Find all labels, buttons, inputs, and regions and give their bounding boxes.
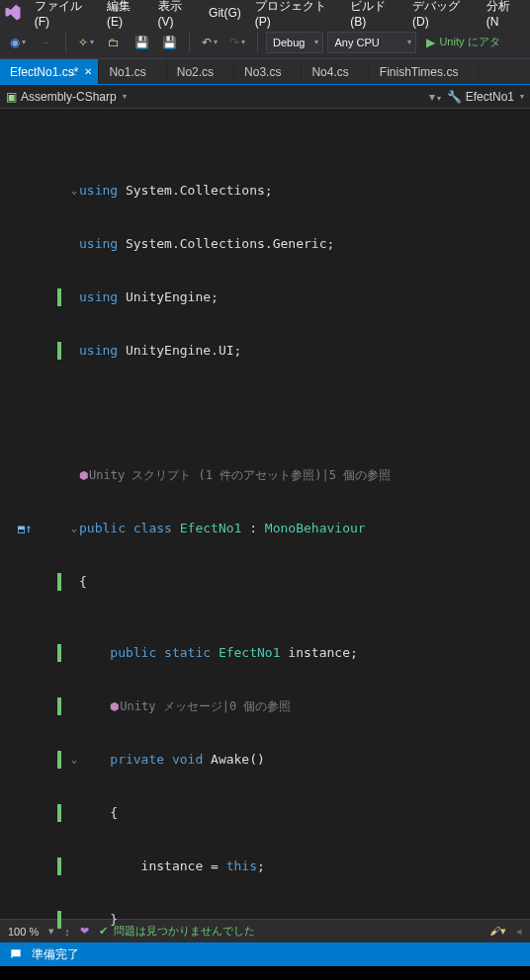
fold-toggle[interactable]: ⌄ (71, 751, 77, 769)
menu-debug[interactable]: デバッグ(D) (406, 0, 479, 33)
back-nav-button[interactable]: ◉ (6, 31, 30, 54)
tab-label: FinishTimes.cs (380, 65, 459, 79)
document-tabs: EfectNo1.cs* ⟂ ✕ No1.cs No2.cs No3.cs No… (0, 59, 530, 85)
menu-git[interactable]: Git(G) (203, 2, 247, 24)
tab-finishtimes[interactable]: FinishTimes.cs (370, 59, 480, 84)
tab-label: EfectNo1.cs* (10, 65, 78, 79)
open-folder-button[interactable]: 🗀 (102, 31, 126, 54)
menu-view[interactable]: 表示(V) (152, 0, 202, 33)
tab-no2[interactable]: No2.cs (167, 59, 234, 84)
menu-build[interactable]: ビルド(B) (344, 0, 404, 33)
save-all-button[interactable]: 💾 (157, 31, 181, 54)
code-editor[interactable]: ⌄using System.Collections; using System.… (0, 109, 530, 919)
undo-button[interactable]: ↶ (198, 31, 221, 54)
fold-toggle[interactable]: ⌄ (71, 520, 77, 537)
menu-analyze[interactable]: 分析(N (481, 0, 526, 33)
csharp-project-icon: ▣ (6, 90, 17, 104)
tab-label: No1.cs (109, 65, 145, 79)
menu-project[interactable]: プロジェクト(P) (249, 0, 342, 33)
fold-toggle[interactable]: ⌄ (71, 182, 77, 200)
forward-nav-button[interactable]: → (34, 31, 57, 54)
pin-icon[interactable]: ⟂ (70, 66, 76, 77)
project-selector[interactable]: ▣ Assembly-CSharp (6, 90, 127, 104)
class-icon: 🔧 (447, 90, 462, 104)
tab-no1[interactable]: No1.cs (99, 59, 166, 84)
menu-edit[interactable]: 編集(E) (101, 0, 150, 33)
run-button[interactable]: ▶ Unity にアタ (420, 32, 505, 53)
code-content[interactable]: ⌄using System.Collections; using System.… (0, 109, 530, 919)
tab-label: No4.cs (311, 65, 348, 79)
reference-icon[interactable]: ⬒↑ (18, 520, 32, 537)
close-icon[interactable]: ✕ (84, 66, 92, 77)
config-combo[interactable]: Debug (266, 32, 323, 53)
tab-no4[interactable]: No4.cs (302, 59, 369, 84)
platform-combo[interactable]: Any CPU (327, 32, 416, 53)
tab-no3[interactable]: No3.cs (234, 59, 302, 84)
tab-label: No2.cs (177, 65, 214, 79)
project-name: Assembly-CSharp (21, 90, 117, 104)
toolbar-sep (65, 33, 66, 52)
menu-file[interactable]: ファイル(F) (29, 0, 99, 33)
toolbar-sep (189, 33, 190, 52)
menu-bar: ファイル(F) 編集(E) 表示(V) Git(G) プロジェクト(P) ビルド… (0, 0, 530, 26)
vs-logo-icon (4, 3, 23, 23)
run-label: Unity にアタ (439, 35, 499, 49)
play-icon: ▶ (426, 36, 435, 49)
redo-button[interactable]: ↷ (225, 31, 249, 54)
new-item-button[interactable]: ✧ (74, 31, 98, 54)
member-dropdown-left[interactable]: ▾ (429, 90, 441, 104)
toolbar-sep (257, 33, 258, 52)
class-name: EfectNo1 (466, 90, 514, 104)
navigation-bar: ▣ Assembly-CSharp ▾ 🔧 EfectNo1 (0, 85, 530, 109)
tab-label: No3.cs (244, 65, 281, 79)
tab-efectno1[interactable]: EfectNo1.cs* ⟂ ✕ (0, 59, 99, 84)
class-selector[interactable]: 🔧 EfectNo1 (447, 90, 524, 104)
save-button[interactable]: 💾 (130, 31, 153, 54)
